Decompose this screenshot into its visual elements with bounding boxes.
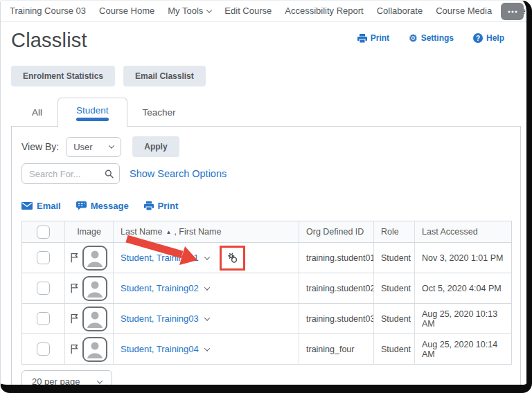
email-classlist-button[interactable]: Email Classlist: [123, 66, 206, 86]
role-cell: Student: [374, 273, 415, 303]
chevron-down-icon: [109, 143, 114, 148]
view-by-row: View By: User Apply: [21, 136, 511, 157]
nav-accessibility-report[interactable]: Accessibility Report: [285, 6, 363, 16]
page-header: Classlist Print ⚙ Settings ? Help: [11, 29, 521, 52]
nav-edit-course[interactable]: Edit Course: [224, 6, 272, 16]
role-cell: Student: [374, 304, 415, 333]
gear-icon: ⚙: [409, 33, 418, 43]
row-checkbox[interactable]: [37, 251, 50, 264]
table-row: Student, Training03 training.student03 S…: [22, 304, 511, 334]
student-name-link[interactable]: Student, Training03: [121, 313, 199, 324]
last-accessed-cell: Aug 25, 2020 10:13 AM: [415, 304, 511, 333]
row-checkbox[interactable]: [37, 312, 50, 325]
org-id-cell: training.student01: [299, 243, 374, 273]
annotation-highlight-box: [220, 246, 245, 271]
chevron-down-icon: [529, 7, 532, 12]
help-link[interactable]: ? Help: [473, 33, 504, 43]
show-search-options-link[interactable]: Show Search Options: [130, 168, 227, 179]
select-all-cell: [22, 221, 65, 242]
student-name-link[interactable]: Student, Training04: [121, 344, 199, 354]
flag-icon[interactable]: [71, 313, 78, 324]
avatar-placeholder-icon: [82, 245, 108, 271]
envelope-icon: [21, 202, 33, 210]
per-page-select[interactable]: 20 per page: [21, 370, 112, 393]
classlist-toolbar: Enrolment Statistics Email Classlist: [11, 66, 521, 86]
role-column-header: Role: [374, 221, 415, 242]
last-accessed-cell: Oct 5, 2020 4:04 PM: [415, 273, 511, 303]
last-accessed-column-header: Last Accessed: [415, 221, 511, 242]
enrolment-statistics-button[interactable]: Enrolment Statistics: [11, 66, 115, 86]
chevron-down-icon: [206, 7, 212, 12]
view-by-label: View By:: [21, 141, 59, 152]
help-icon: ?: [473, 33, 483, 43]
student-name-link[interactable]: Student, Training02: [121, 283, 199, 293]
chevron-down-icon[interactable]: [204, 254, 210, 259]
nav-collaborate[interactable]: Collaborate: [377, 6, 423, 16]
search-box: [21, 163, 120, 184]
last-accessed-cell: Nov 3, 2020 1:01 PM: [415, 243, 511, 273]
message-action[interactable]: Message: [76, 201, 129, 211]
page-utilities: Print ⚙ Settings ? Help: [357, 33, 504, 43]
nav-course-media[interactable]: Course Media: [436, 6, 492, 16]
table-header-row: Image Last Name ▲ , First Name Org Defin…: [22, 221, 511, 243]
chevron-down-icon[interactable]: [204, 284, 210, 290]
search-row: Show Search Options: [21, 163, 511, 184]
printer-icon: [357, 34, 367, 43]
flag-icon[interactable]: [71, 344, 78, 354]
chevron-down-icon: [97, 378, 103, 383]
nav-course-home[interactable]: Course Home: [99, 6, 154, 16]
row-checkbox[interactable]: [37, 282, 50, 295]
tab-all[interactable]: All: [17, 100, 57, 126]
classlist-panel: View By: User Apply Show Search Options: [11, 126, 521, 393]
search-input[interactable]: [29, 169, 105, 179]
tab-student[interactable]: Student: [57, 98, 127, 127]
avatar-placeholder-icon: [82, 275, 108, 302]
active-tab-indicator: [76, 118, 109, 121]
name-column-header[interactable]: Last Name ▲ , First Name: [114, 221, 299, 242]
print-link[interactable]: Print: [357, 33, 389, 43]
org-id-cell: training.student03: [299, 304, 374, 333]
course-navbar: Training Course 03 Course Home My Tools …: [0, 0, 532, 22]
avatar-placeholder-icon: [82, 336, 108, 363]
search-icon[interactable]: [105, 169, 114, 179]
select-all-checkbox[interactable]: [37, 226, 50, 239]
navbar-overflow-button[interactable]: [501, 3, 524, 20]
flag-icon[interactable]: [71, 283, 78, 293]
table-row: Student, Training02 training.student02 S…: [22, 273, 511, 304]
nav-course-title[interactable]: Training Course 03: [10, 6, 86, 16]
view-by-select[interactable]: User: [66, 137, 121, 157]
org-id-cell: training_four: [299, 334, 374, 364]
speech-bubble-icon: [76, 201, 87, 210]
apply-button[interactable]: Apply: [132, 136, 179, 157]
chevron-down-icon[interactable]: [204, 315, 210, 320]
page-title: Classlist: [11, 29, 87, 52]
table-row: Student, Training04 training_four Studen…: [22, 334, 511, 365]
last-accessed-cell: Aug 25, 2020 10:14 AM: [415, 334, 511, 364]
row-checkbox[interactable]: [37, 342, 50, 356]
printer-icon: [144, 201, 154, 210]
email-action[interactable]: Email: [21, 201, 61, 211]
ellipsis-icon: [508, 10, 517, 13]
classlist-table: Image Last Name ▲ , First Name Org Defin…: [21, 221, 512, 393]
org-id-cell: training.student02: [299, 273, 374, 303]
avatar-placeholder-icon: [82, 306, 108, 332]
role-cell: Student: [374, 243, 415, 273]
role-tabs: All Student Teacher: [11, 98, 521, 126]
nav-my-tools[interactable]: My Tools: [168, 6, 211, 16]
student-name-link[interactable]: Student, Training01: [121, 253, 199, 263]
print-action[interactable]: Print: [144, 201, 179, 211]
org-id-column-header: Org Defined ID: [299, 221, 374, 242]
table-row: Student, Training01 training.student01: [22, 243, 511, 273]
chevron-down-icon[interactable]: [204, 345, 210, 351]
sort-ascending-icon: ▲: [166, 229, 171, 235]
flag-icon[interactable]: [71, 253, 78, 263]
tab-teacher[interactable]: Teacher: [127, 100, 191, 126]
classlist-page: Training Course 03 Course Home My Tools …: [0, 0, 532, 393]
impersonate-icon[interactable]: [227, 252, 238, 264]
image-column-header: Image: [65, 221, 114, 242]
role-cell: Student: [374, 334, 415, 364]
settings-link[interactable]: ⚙ Settings: [409, 33, 454, 43]
bulk-actions-row: Email Message: [21, 201, 511, 211]
